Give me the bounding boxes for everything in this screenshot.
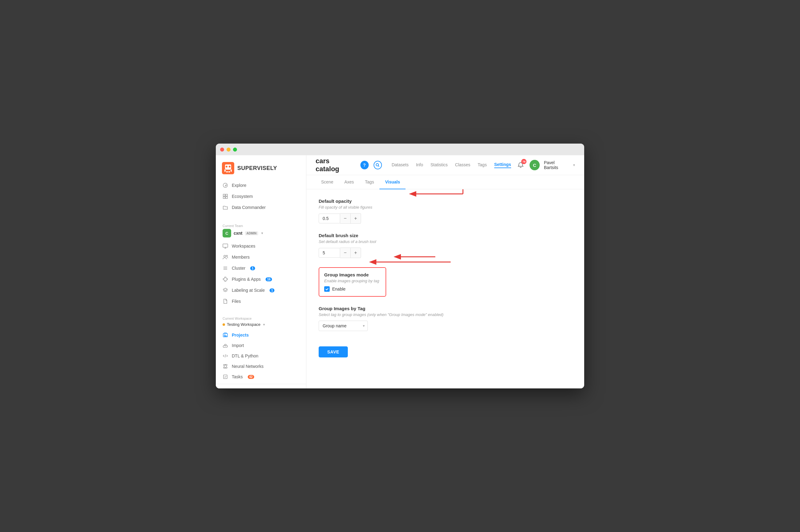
sidebar-item-import[interactable]: Import	[216, 340, 306, 351]
sidebar-item-dtl[interactable]: DTL & Python	[216, 351, 306, 361]
save-button[interactable]: SAVE	[319, 346, 348, 357]
workspace-dot	[223, 323, 225, 326]
team-section: Current Team C cxnt ADMIN ▾	[216, 221, 306, 241]
svg-rect-6	[230, 169, 232, 172]
nav-statistics[interactable]: Statistics	[430, 162, 448, 168]
close-dot[interactable]	[220, 148, 224, 152]
topbar: cars catalog ? Datasets Info Statistics …	[306, 155, 584, 175]
cloud-upload-icon	[223, 343, 228, 348]
app-body: SUPERVISELY Explore Ecosystem Data Comma…	[216, 155, 584, 388]
team-chevron-icon: ▾	[261, 231, 263, 235]
opacity-input-row: − +	[319, 213, 572, 224]
brush-title: Default brush size	[319, 233, 572, 238]
tab-visuals[interactable]: Visuals	[379, 175, 406, 189]
folder-icon	[223, 205, 228, 210]
sidebar-item-data-commander[interactable]: Data Commander	[216, 202, 306, 213]
group-images-title: Group Images mode	[324, 272, 381, 277]
default-opacity-section: Default opacity Fill opacity of all visi…	[319, 198, 572, 224]
maximize-dot[interactable]	[233, 148, 237, 152]
workspace-nav: Projects Import DTL & Python Neural Netw…	[216, 328, 306, 384]
sidebar-item-labeling[interactable]: Labeling at Scale 1	[216, 285, 306, 296]
workspace-chevron-icon: ▾	[263, 322, 265, 327]
code-icon	[223, 353, 228, 359]
svg-point-24	[376, 164, 378, 166]
sidebar: SUPERVISELY Explore Ecosystem Data Comma…	[216, 155, 306, 388]
svg-rect-13	[226, 197, 227, 198]
sidebar-item-workspaces[interactable]: Workspaces	[216, 241, 306, 251]
sidebar-item-files[interactable]: Files	[216, 296, 306, 307]
arrow-to-group-box	[368, 258, 454, 268]
svg-point-3	[229, 166, 230, 168]
arrow-to-visuals-tab	[358, 189, 466, 200]
help-button[interactable]: ?	[360, 161, 369, 169]
opacity-increase-button[interactable]: +	[351, 213, 361, 224]
brush-decrease-button[interactable]: −	[340, 248, 351, 258]
minimize-dot[interactable]	[226, 148, 230, 152]
enable-checkbox-row: Enable	[324, 286, 381, 292]
group-images-desc: Enable images grouping by tag	[324, 279, 381, 283]
svg-point-9	[223, 183, 227, 188]
sidebar-item-cluster[interactable]: Cluster 1	[216, 263, 306, 274]
titlebar	[216, 144, 584, 155]
opacity-decrease-button[interactable]: −	[340, 213, 351, 224]
search-button[interactable]	[374, 161, 382, 169]
sidebar-item-explore[interactable]: Explore	[216, 180, 306, 191]
supervisely-logo-icon	[222, 162, 234, 174]
opacity-desc: Fill opacity of all visible figures	[319, 205, 572, 210]
image-stack-icon	[223, 332, 228, 338]
enable-checkbox[interactable]	[324, 286, 330, 292]
project-title: cars catalog	[316, 157, 354, 173]
top-nav: Explore Ecosystem Data Commander	[216, 180, 306, 216]
svg-point-16	[226, 255, 227, 256]
default-brush-section: Default brush size Set default radius of…	[319, 233, 572, 258]
notification-button[interactable]: 78	[516, 160, 525, 170]
settings-content: Default opacity Fill opacity of all visi…	[306, 189, 584, 388]
tab-tags[interactable]: Tags	[359, 175, 380, 189]
workspace-selector[interactable]: Testing Workspace ▾	[223, 322, 299, 327]
svg-rect-7	[226, 171, 228, 172]
check-square-icon	[223, 374, 228, 380]
brush-desc: Set default radius of a brush tool	[319, 239, 572, 244]
sidebar-item-neural[interactable]: Neural Networks	[216, 361, 306, 372]
nav-classes[interactable]: Classes	[455, 162, 470, 168]
team-row[interactable]: C cxnt ADMIN ▾	[223, 229, 299, 238]
users-icon	[223, 254, 228, 260]
settings-tabs: Scene Axes Tags Visuals	[306, 175, 584, 189]
svg-rect-12	[223, 197, 225, 198]
grid-icon	[223, 194, 228, 199]
monitor-icon	[223, 243, 228, 249]
sidebar-item-projects[interactable]: Projects	[216, 330, 306, 340]
user-name[interactable]: Pavel Bartsits	[544, 160, 569, 170]
brush-input[interactable]	[319, 248, 340, 258]
sidebar-item-members[interactable]: Members	[216, 251, 306, 263]
workspace-section: Current Workspace Testing Workspace ▾	[216, 315, 306, 328]
compass-icon	[223, 183, 228, 188]
sidebar-item-ecosystem[interactable]: Ecosystem	[216, 191, 306, 202]
svg-rect-8	[228, 171, 230, 172]
global-nav: Workspaces Members Cluster 1 Plugins & A…	[216, 241, 306, 310]
group-tag-select[interactable]: Group name Tag1 Tag2	[319, 321, 368, 331]
project-nav: Datasets Info Statistics Classes Tags Se…	[392, 162, 511, 168]
main-content: cars catalog ? Datasets Info Statistics …	[306, 155, 584, 388]
nav-settings[interactable]: Settings	[494, 162, 511, 168]
group-tag-title: Group Images by Tag	[319, 306, 572, 311]
svg-point-2	[226, 166, 227, 168]
enable-label: Enable	[332, 287, 346, 291]
list-icon	[223, 265, 228, 271]
opacity-input[interactable]	[319, 213, 340, 223]
tab-scene[interactable]: Scene	[316, 175, 339, 189]
sidebar-item-tasks[interactable]: Tasks 42	[216, 372, 306, 382]
brush-increase-button[interactable]: +	[351, 248, 361, 258]
sidebar-logo: SUPERVISELY	[216, 155, 306, 180]
user-avatar: C	[529, 160, 539, 170]
file-icon	[223, 299, 228, 304]
sidebar-footer: ‹ What's new? · Docs	[216, 384, 306, 388]
topbar-right: 78 C Pavel Bartsits ▾	[516, 160, 575, 170]
tab-axes[interactable]: Axes	[339, 175, 359, 189]
puzzle-icon	[223, 277, 228, 282]
nav-tags[interactable]: Tags	[478, 162, 487, 168]
nav-datasets[interactable]: Datasets	[392, 162, 409, 168]
sidebar-item-plugins[interactable]: Plugins & Apps 16	[216, 274, 306, 285]
svg-point-15	[224, 255, 226, 257]
nav-info[interactable]: Info	[416, 162, 423, 168]
